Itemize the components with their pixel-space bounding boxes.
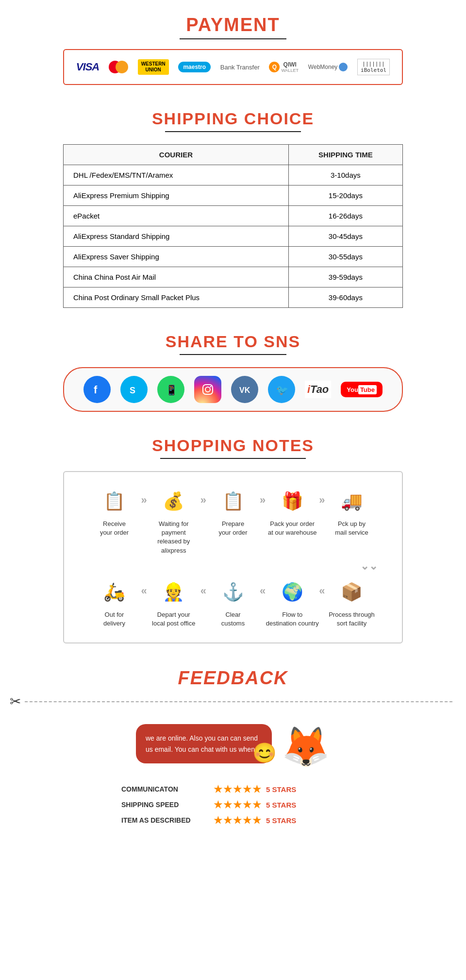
- notes-flow-box: 📋 Receiveyour order » 💰 Waiting for paym…: [63, 471, 403, 643]
- payment-section: PAYMENT VISA WESTERNUNION maestro Bank T…: [0, 0, 466, 95]
- destination-label: Flow todestination country: [266, 610, 319, 628]
- arrow-left-1: «: [141, 577, 147, 597]
- svg-text:📱: 📱: [166, 384, 178, 396]
- depart-label: Depart yourlocal post office: [152, 610, 195, 628]
- qiwi-logo: Q QIWI WALLET: [269, 61, 299, 73]
- arrow-1: »: [141, 487, 147, 507]
- courier-header: COURIER: [64, 145, 289, 165]
- customs-label: Clearcustoms: [221, 610, 245, 628]
- youtube-icon[interactable]: YouTube: [341, 382, 383, 397]
- rating-row-item: ITEM AS DESCRIBED ★★★★★ 5 STARS: [121, 814, 345, 826]
- whatsapp-icon[interactable]: 📱: [157, 376, 184, 403]
- delivery-icon: 🛵: [98, 577, 132, 607]
- time-cell: 30-55days: [288, 247, 402, 267]
- courier-cell: AliExpress Standard Shipping: [64, 226, 289, 247]
- sns-title: SHARE TO SNS: [10, 332, 456, 351]
- feedback-ratings: COMMUNICATON ★★★★★ 5 STARS SHIPPING SPEE…: [112, 770, 354, 840]
- feedback-chat-text: we are online. Also you can can send us …: [146, 734, 258, 753]
- flow-item-prepare: 📋 Prepareyour order: [206, 487, 260, 537]
- flow-item-receive: 📋 Receiveyour order: [88, 487, 141, 537]
- time-cell: 39-59days: [288, 267, 402, 287]
- facebook-icon[interactable]: f: [83, 376, 111, 403]
- vk-icon[interactable]: VK: [231, 376, 258, 403]
- arrow-left-2: «: [200, 577, 206, 597]
- arrow-3: »: [260, 487, 266, 507]
- feedback-chat-box: we are online. Also you can can send us …: [136, 724, 272, 763]
- receive-icon: 📋: [98, 487, 132, 516]
- receive-label: Receiveyour order: [100, 520, 129, 537]
- time-cell: 30-45days: [288, 226, 402, 247]
- table-row: ePacket16-26days: [64, 206, 403, 226]
- sns-section: SHARE TO SNS f S 📱 VK 🐦: [0, 318, 466, 422]
- iboletol-logo: |||||||iBoletol: [357, 59, 390, 75]
- feedback-chat-wrapper: we are online. Also you can can send us …: [136, 724, 272, 763]
- shipping-title: SHIPPING CHOICE: [10, 109, 456, 128]
- sns-title-red: TO SNS: [233, 332, 300, 351]
- table-row: AliExpress Standard Shipping30-45days: [64, 226, 403, 247]
- notes-title-underline: [160, 458, 306, 459]
- arrow-left-3: «: [260, 577, 266, 597]
- courier-cell: AliExpress Premium Shipping: [64, 186, 289, 206]
- courier-cell: AliExpress Saver Shipping: [64, 247, 289, 267]
- bank-transfer-logo: Bank Transfer: [220, 64, 260, 71]
- arrow-left-4: «: [319, 577, 325, 597]
- pack-icon: 🎁: [275, 487, 309, 516]
- shipping-title-black: SHIPPING: [152, 109, 244, 128]
- depart-icon: 👷: [157, 577, 191, 607]
- courier-cell: ePacket: [64, 206, 289, 226]
- customs-icon: ⚓: [216, 577, 250, 607]
- table-row: China Post Ordinary Small Packet Plus39-…: [64, 287, 403, 308]
- shipping-table: COURIER SHIPPING TIME DHL /Fedex/EMS/TNT…: [63, 144, 403, 308]
- twitter-icon[interactable]: 🐦: [268, 376, 295, 403]
- courier-cell: DHL /Fedex/EMS/TNT/Aramex: [64, 165, 289, 186]
- pickup-label: Pck up bymail service: [335, 520, 368, 537]
- shopping-notes-section: SHOPPING NOTES 📋 Receiveyour order » 💰 W…: [0, 422, 466, 653]
- chat-emoji: 😊: [252, 737, 277, 768]
- item-label: ITEM AS DESCRIBED: [121, 816, 209, 824]
- itao-icon[interactable]: iTao: [305, 381, 331, 398]
- payment-title-black: PAY: [186, 15, 224, 35]
- skype-icon[interactable]: S: [120, 376, 148, 403]
- flow-item-customs: ⚓ Clearcustoms: [206, 577, 260, 628]
- instagram-icon[interactable]: [194, 376, 221, 403]
- svg-text:S: S: [130, 386, 135, 395]
- item-stars: ★★★★★: [214, 814, 261, 826]
- svg-point-5: [210, 386, 211, 388]
- pickup-icon: 🚚: [335, 487, 369, 516]
- payment-title: PAYMENT: [10, 15, 456, 35]
- time-cell: 3-10days: [288, 165, 402, 186]
- svg-point-4: [205, 387, 210, 392]
- shipping-title-red: CHOICE: [244, 109, 314, 128]
- communication-label: COMMUNICATON: [121, 785, 209, 793]
- time-cell: 15-20days: [288, 186, 402, 206]
- shipping-label: SHIPPING SPEED: [121, 801, 209, 809]
- payment-icon: 💰: [157, 487, 191, 516]
- pack-label: Pack your orderat our warehouse: [268, 520, 316, 537]
- time-cell: 16-26days: [288, 206, 402, 226]
- western-union-logo: WESTERNUNION: [138, 59, 169, 75]
- flow-arrow-down: ⌄⌄: [74, 560, 392, 573]
- payment-title-underline: [180, 38, 286, 39]
- maestro-logo: maestro: [178, 62, 211, 72]
- table-row: DHL /Fedex/EMS/TNT/Aramex3-10days: [64, 165, 403, 186]
- rating-row-communication: COMMUNICATON ★★★★★ 5 STARS: [121, 783, 345, 795]
- flow-item-sort: 📦 Process throughsort facility: [325, 577, 379, 628]
- shipping-stars: ★★★★★: [214, 799, 261, 811]
- svg-text:f: f: [94, 384, 98, 396]
- sort-icon: 📦: [335, 577, 369, 607]
- flow-row-2: 🛵 Out fordelivery « 👷 Depart yourlocal p…: [74, 577, 392, 628]
- communication-stars: ★★★★★: [214, 783, 261, 795]
- svg-text:🐦: 🐦: [276, 384, 288, 396]
- courier-cell: China China Post Air Mail: [64, 267, 289, 287]
- rating-row-shipping: SHIPPING SPEED ★★★★★ 5 STARS: [121, 799, 345, 811]
- feedback-body: we are online. Also you can can send us …: [10, 714, 456, 770]
- svg-text:VK: VK: [239, 386, 250, 394]
- item-rating-text: 5 STARS: [266, 816, 296, 825]
- flow-row-1: 📋 Receiveyour order » 💰 Waiting for paym…: [74, 487, 392, 555]
- feedback-title: FEEDBACK: [10, 668, 456, 689]
- shipping-section: SHIPPING CHOICE COURIER SHIPPING TIME DH…: [0, 95, 466, 318]
- notes-title-black: SHOPPIN: [152, 436, 233, 455]
- payment-title-red: MENT: [224, 15, 280, 35]
- notes-title: SHOPPING NOTES: [10, 436, 456, 455]
- delivery-label: Out fordelivery: [103, 610, 125, 628]
